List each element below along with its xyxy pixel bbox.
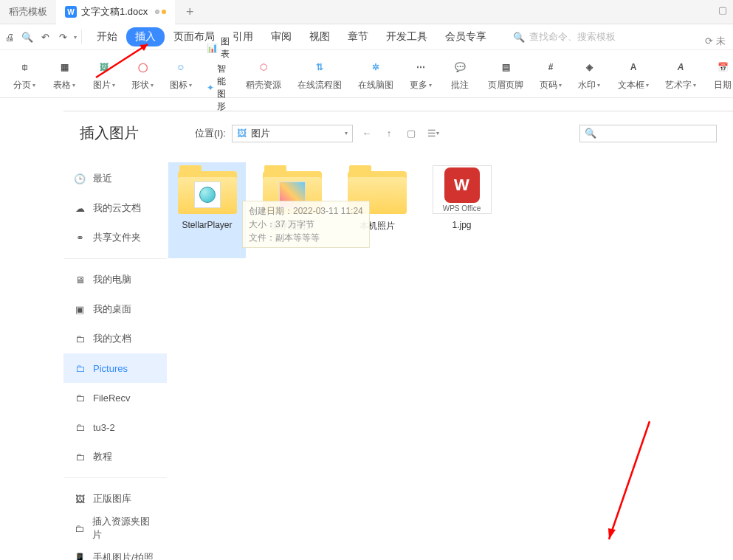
sidebar-desktop[interactable]: ▣我的桌面 <box>63 294 167 324</box>
document-tab[interactable]: W 文字文稿1.docx <box>56 0 175 24</box>
redo-icon[interactable]: ↷ <box>56 30 69 44</box>
header-footer-icon: ▤ <box>495 57 516 77</box>
quick-access: 🖨 🔍 ↶ ↷ ▾ <box>3 30 82 44</box>
file-item-1jpg[interactable]: W WPS Office 1.jpg <box>423 162 500 258</box>
preview-icon[interactable]: 🔍 <box>21 30 34 44</box>
dialog-sidebar: 🕒最近 ☁我的云文档 ⚭共享文件夹 🖥我的电脑 ▣我的桌面 🗀我的文档 🗀Pic… <box>63 155 167 560</box>
ribbon-wordart[interactable]: A 艺术字▾ <box>658 57 703 91</box>
picture-folder-icon: 🖼 <box>237 128 247 139</box>
template-tab-label: 稻壳模板 <box>9 5 47 18</box>
more-icon: ⋯ <box>410 57 431 77</box>
dao-res-icon: ⬡ <box>253 57 274 77</box>
command-search[interactable]: 🔍 查找命令、搜索模板 <box>513 30 616 44</box>
page-num-icon: # <box>540 57 561 77</box>
wordart-icon: A <box>670 57 691 77</box>
wps-logo-icon: W <box>444 167 480 203</box>
sidebar-cloud[interactable]: ☁我的云文档 <box>63 193 167 223</box>
date-icon: 📅 <box>712 57 733 77</box>
picture-icon: 🖼 <box>94 57 114 77</box>
view-mode-icon[interactable]: ☰ ▾ <box>425 125 441 142</box>
ribbon-dao-res[interactable]: ⬡ 稻壳资源 <box>238 57 289 91</box>
chevron-down-icon: ▾ <box>345 130 348 136</box>
ribbon-header-footer[interactable]: ▤ 页眉页脚 <box>481 57 531 91</box>
ribbon-date[interactable]: 📅 日期 <box>705 57 733 91</box>
chart-icon: 📊 <box>207 43 218 53</box>
menu-member[interactable]: 会员专享 <box>436 27 495 46</box>
sidebar-filerecv[interactable]: 🗀FileRecv <box>63 383 167 412</box>
paging-icon: ⎅ <box>14 57 35 77</box>
document-tab-label: 文字文稿1.docx <box>81 5 148 18</box>
sidebar-shared[interactable]: ⚭共享文件夹 <box>63 223 167 252</box>
ribbon-paging[interactable]: ⎅ 分页▾ <box>6 57 43 91</box>
table-icon: ▦ <box>54 57 75 77</box>
menu-chapter[interactable]: 章节 <box>339 27 377 46</box>
window-control-icon[interactable]: ▢ <box>718 4 727 15</box>
ribbon-picture[interactable]: 🖼 图片▾ <box>86 57 123 91</box>
ribbon-watermark[interactable]: ◈ 水印▾ <box>571 57 608 91</box>
dialog-header: 插入图片 位置(I): 🖼 图片 ▾ ← ↑ ▢ ☰ ▾ 🔍 <box>63 111 733 155</box>
shape-icon: ◯ <box>132 57 153 77</box>
save-icon[interactable]: 🖨 <box>3 30 16 44</box>
ribbon-mindmap[interactable]: ✲ 在线脑图 <box>351 57 401 91</box>
smart-icon: ✦ <box>207 83 214 93</box>
desktop-icon: ▣ <box>74 303 86 315</box>
search-icon: 🔍 <box>513 32 525 43</box>
nav-up-icon[interactable]: ↑ <box>381 125 397 142</box>
ribbon-more[interactable]: ⋯ 更多▾ <box>402 57 439 91</box>
sidebar-recent[interactable]: 🕒最近 <box>63 164 167 193</box>
image-thumb: W WPS Office <box>433 165 492 214</box>
sidebar-res-pic[interactable]: 🗀插入资源夹图片 <box>63 514 167 543</box>
location-label: 位置(I): <box>195 127 226 140</box>
search-icon: 🔍 <box>585 128 596 139</box>
undo-icon[interactable]: ↶ <box>38 30 52 44</box>
ribbon-table[interactable]: ▦ 表格▾ <box>46 57 83 91</box>
nav-back-icon[interactable]: ← <box>359 125 375 142</box>
new-folder-icon[interactable]: ▢ <box>403 125 419 142</box>
sidebar-pictures[interactable]: 🗀Pictures <box>63 353 167 383</box>
phone-icon: 📱 <box>74 552 86 560</box>
folder-icon: 🗀 <box>74 392 86 404</box>
new-tab-button[interactable]: + <box>175 4 204 20</box>
folder-icon: 🗀 <box>74 421 86 433</box>
ribbon-smart[interactable]: ✦智能图形 <box>207 63 230 113</box>
sidebar-gallery[interactable]: 🖼正版图库 <box>63 484 167 514</box>
ribbon-chart[interactable]: 📊图表 <box>207 35 230 61</box>
folder-icon: 🗀 <box>74 362 86 374</box>
sidebar-tutorial[interactable]: 🗀教程 <box>63 442 167 471</box>
insert-picture-dialog: 插入图片 位置(I): 🖼 图片 ▾ ← ↑ ▢ ☰ ▾ 🔍 <box>63 111 733 560</box>
refresh-icon[interactable]: ⟳ 未 <box>705 35 726 48</box>
comment-icon: 💬 <box>450 57 470 77</box>
ribbon-comment[interactable]: 💬 批注 <box>442 57 478 91</box>
ribbon-flowchart[interactable]: ⇅ 在线流程图 <box>290 57 349 91</box>
sidebar-my-pc[interactable]: 🖥我的电脑 <box>63 265 167 294</box>
ribbon-textbox[interactable]: A 文本框▾ <box>610 57 656 91</box>
location-dropdown[interactable]: 🖼 图片 ▾ <box>232 125 353 142</box>
file-grid-area: StellarPlayer 保存的图片 <box>167 155 733 560</box>
dialog-title: 插入图片 <box>80 123 183 143</box>
qa-dropdown-arrow[interactable]: ▾ <box>74 34 77 41</box>
folder-icon: 🗀 <box>74 333 86 345</box>
sidebar-tu32[interactable]: 🗀tu3-2 <box>63 412 167 442</box>
res-pic-icon: 🗀 <box>74 522 85 534</box>
dialog-search-input[interactable]: 🔍 <box>579 125 717 142</box>
menu-start[interactable]: 开始 <box>88 27 126 46</box>
sidebar-phone-pic[interactable]: 📱手机图片/拍照 <box>63 543 167 560</box>
gallery-icon: 🖼 <box>74 493 86 505</box>
file-item-stellarplayer[interactable]: StellarPlayer <box>168 162 246 258</box>
insert-ribbon: ⎅ 分页▾ ▦ 表格▾ 🖼 图片▾ ◯ 形状▾ ☺ 图标▾ 📊图表 ✦智能图形 … <box>0 50 733 98</box>
template-tab[interactable]: 稻壳模板 <box>0 0 56 24</box>
ribbon-icon[interactable]: ☺ 图标▾ <box>162 57 199 91</box>
file-tooltip: 创建日期：2022-03-11 11:24 大小：37 万字节 文件：副本等等等 <box>242 201 370 248</box>
menu-insert[interactable]: 插入 <box>126 27 165 46</box>
sidebar-docs[interactable]: 🗀我的文档 <box>63 324 167 353</box>
menu-review[interactable]: 审阅 <box>262 27 300 46</box>
menu-view[interactable]: 视图 <box>300 27 339 46</box>
ribbon-page-num[interactable]: # 页码▾ <box>532 57 569 91</box>
folder-icon: 🗀 <box>74 451 86 463</box>
tab-bar: 稻壳模板 W 文字文稿1.docx + ▢ <box>0 0 733 24</box>
tab-indicator <box>155 10 166 14</box>
ribbon-shape[interactable]: ◯ 形状▾ <box>124 57 161 91</box>
monitor-icon: 🖥 <box>74 274 86 286</box>
flowchart-icon: ⇅ <box>309 57 330 77</box>
menu-dev-tools[interactable]: 开发工具 <box>377 27 436 46</box>
